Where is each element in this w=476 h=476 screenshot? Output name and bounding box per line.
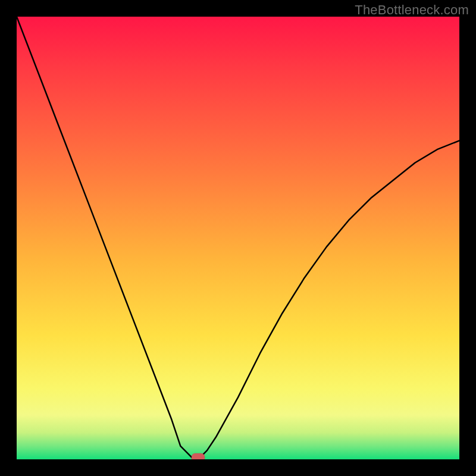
gradient-background xyxy=(17,17,459,459)
chart-container: TheBottleneck.com xyxy=(0,0,476,476)
plot-area xyxy=(17,17,459,459)
chart-svg xyxy=(17,17,459,459)
min-marker xyxy=(192,453,205,459)
watermark-text: TheBottleneck.com xyxy=(355,2,469,18)
